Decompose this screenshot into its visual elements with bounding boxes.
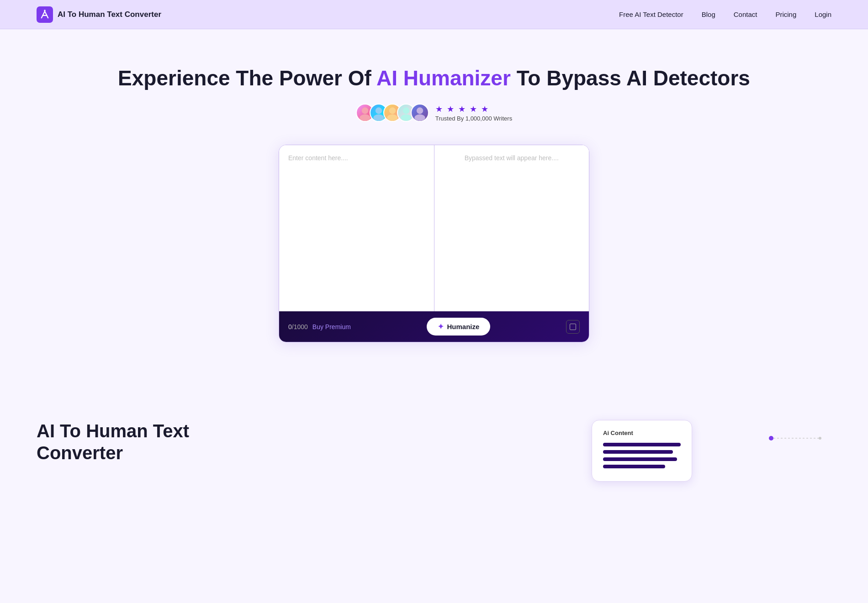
nav-link-pricing[interactable]: Pricing bbox=[775, 10, 796, 18]
humanize-icon: ✦ bbox=[438, 322, 444, 331]
nav-link-contact[interactable]: Contact bbox=[734, 10, 757, 18]
ai-content-line-1 bbox=[603, 443, 681, 446]
nav-link-detector[interactable]: Free AI Text Detector bbox=[619, 10, 683, 18]
svg-point-1 bbox=[44, 10, 46, 11]
input-panel bbox=[279, 145, 434, 311]
buy-premium-link[interactable]: Buy Premium bbox=[312, 323, 351, 330]
bottom-title: AI To Human Text Converter bbox=[37, 420, 416, 464]
svg-point-7 bbox=[387, 115, 397, 121]
bottom-visual: Ai Content bbox=[452, 420, 831, 482]
word-count-display: 0/1000 bbox=[288, 323, 308, 330]
avatar-5 bbox=[411, 104, 429, 122]
input-textarea[interactable] bbox=[279, 145, 434, 309]
nav-links: Free AI Text Detector Blog Contact Prici… bbox=[619, 10, 831, 18]
bottom-section: AI To Human Text Converter Ai Content bbox=[0, 393, 868, 509]
nav-link-login[interactable]: Login bbox=[815, 10, 831, 18]
ai-content-card: Ai Content bbox=[592, 420, 692, 482]
rating-block: ★ ★ ★ ★ ★ Trusted By 1,000,000 Writers bbox=[435, 104, 512, 122]
hero-title-accent: AI Humanizer bbox=[376, 66, 511, 90]
navbar: AI To Human Text Converter Free AI Text … bbox=[0, 0, 868, 29]
hero-title: Experience The Power Of AI Humanizer To … bbox=[9, 66, 859, 91]
svg-point-3 bbox=[360, 115, 370, 121]
word-count-area: 0/1000 Buy Premium bbox=[288, 323, 351, 330]
converter-panels: Bypassed text will appear here.... bbox=[279, 145, 589, 311]
svg-point-5 bbox=[373, 115, 384, 121]
svg-point-6 bbox=[389, 107, 396, 114]
humanize-label: Humanize bbox=[447, 323, 480, 330]
bottom-title-line2: Converter bbox=[37, 443, 123, 463]
hero-title-suffix: To Bypass AI Detectors bbox=[511, 66, 750, 90]
svg-point-2 bbox=[362, 107, 368, 114]
output-display: Bypassed text will appear here.... bbox=[434, 145, 589, 309]
svg-point-4 bbox=[376, 107, 382, 114]
converter-footer: 0/1000 Buy Premium ✦ Humanize bbox=[279, 311, 589, 342]
output-placeholder: Bypassed text will appear here.... bbox=[465, 154, 559, 162]
brand-logo bbox=[37, 6, 53, 23]
dotted-decoration bbox=[767, 429, 822, 447]
star-rating: ★ ★ ★ ★ ★ bbox=[435, 104, 489, 114]
svg-rect-0 bbox=[37, 6, 53, 23]
avatar-stack bbox=[356, 104, 429, 122]
trusted-text: Trusted By 1,000,000 Writers bbox=[435, 115, 512, 122]
bottom-title-line1: AI To Human Text bbox=[37, 421, 189, 441]
svg-point-8 bbox=[403, 107, 409, 114]
hero-title-prefix: Experience The Power Of bbox=[118, 66, 376, 90]
svg-point-9 bbox=[401, 115, 411, 121]
social-proof: ★ ★ ★ ★ ★ Trusted By 1,000,000 Writers bbox=[9, 104, 859, 122]
svg-point-11 bbox=[414, 115, 425, 121]
ai-content-line-4 bbox=[603, 465, 665, 468]
humanize-button[interactable]: ✦ Humanize bbox=[427, 318, 491, 336]
hero-section: Experience The Power Of AI Humanizer To … bbox=[0, 29, 868, 393]
output-panel: Bypassed text will appear here.... bbox=[434, 145, 589, 311]
svg-point-14 bbox=[819, 437, 821, 440]
brand: AI To Human Text Converter bbox=[37, 6, 161, 23]
converter-box: Bypassed text will appear here.... 0/100… bbox=[279, 145, 589, 342]
word-limit: 1000 bbox=[294, 323, 308, 330]
ai-card-title: Ai Content bbox=[603, 430, 681, 436]
svg-point-12 bbox=[769, 436, 773, 440]
nav-link-blog[interactable]: Blog bbox=[702, 10, 715, 18]
ai-content-line-2 bbox=[603, 450, 673, 454]
copy-icon-inner bbox=[570, 324, 576, 330]
copy-button[interactable] bbox=[566, 320, 580, 334]
brand-name: AI To Human Text Converter bbox=[58, 10, 161, 19]
svg-point-10 bbox=[417, 107, 423, 114]
bottom-text-block: AI To Human Text Converter bbox=[37, 420, 416, 464]
converter-wrapper: Bypassed text will appear here.... 0/100… bbox=[279, 145, 589, 342]
current-word-count: 0 bbox=[288, 323, 292, 330]
ai-content-line-3 bbox=[603, 457, 677, 461]
